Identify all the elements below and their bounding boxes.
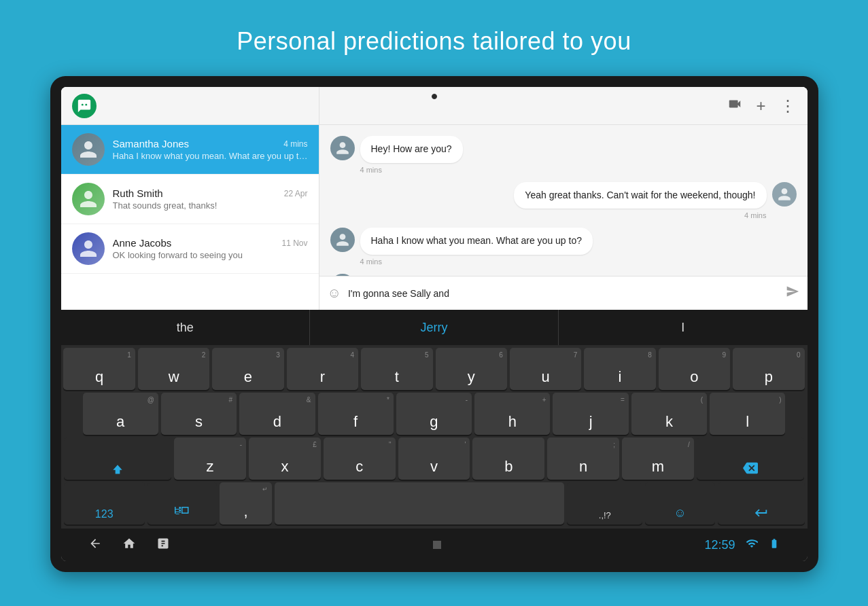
keyboard-area: the Jerry I 1q 2w 3e 4r 5t 6y 7u 8i 9o 0… (61, 310, 808, 561)
message-bubble-2: Yeah great thanks. Can't wait for the we… (514, 182, 766, 220)
nav-recent-icon[interactable] (156, 537, 170, 554)
prediction-i[interactable]: I (559, 310, 807, 345)
tablet-device: Samantha Jones 4 mins Haha I know what y… (50, 76, 818, 572)
key-g[interactable]: -g (396, 393, 472, 435)
key-j[interactable]: =j (553, 393, 628, 435)
key-e[interactable]: 3e (212, 348, 283, 390)
send-button[interactable] (786, 285, 799, 302)
key-k[interactable]: (k (631, 393, 707, 435)
camera-dot (432, 94, 437, 99)
message-bubble-3: Haha I know what you mean. What are you … (360, 228, 593, 266)
prediction-the[interactable]: the (61, 310, 310, 345)
typing-area: ☺ (319, 276, 808, 310)
key-s[interactable]: #s (161, 393, 237, 435)
key-shift[interactable] (64, 438, 172, 480)
chat-main: + ⋮ Hey! How are you? (319, 87, 808, 310)
key-o[interactable]: 9o (659, 348, 730, 390)
message-row-3: Haha I know what you mean. What are you … (330, 228, 797, 266)
msg-text-2: Yeah great thanks. Can't wait for the we… (525, 189, 755, 202)
svg-point-0 (81, 103, 83, 105)
app-area: Samantha Jones 4 mins Haha I know what y… (61, 87, 808, 310)
key-backspace[interactable] (697, 438, 805, 480)
bubble-1: Hey! How are you? (360, 136, 463, 163)
key-r[interactable]: 4r (287, 348, 358, 390)
msg-text-3: Haha I know what you mean. What are you … (371, 234, 583, 248)
msg-time-3: 4 mins (360, 257, 593, 266)
chat-item-samantha[interactable]: Samantha Jones 4 mins Haha I know what y… (61, 125, 319, 175)
wifi-icon (746, 537, 758, 552)
bubble-3: Haha I know what you mean. What are you … (360, 228, 593, 255)
tablet-screen: Samantha Jones 4 mins Haha I know what y… (61, 87, 808, 561)
avatar-ruth (72, 183, 105, 215)
msg-time-2: 4 mins (514, 211, 766, 219)
msg-avatar-3 (330, 228, 355, 252)
key-y[interactable]: 6y (436, 348, 507, 390)
key-q[interactable]: 1q (63, 348, 135, 390)
key-row-4: 123 ↵, .,!? ☺ (64, 482, 805, 524)
message-bubble-1: Hey! How are you? 4 mins (360, 136, 463, 174)
prediction-jerry[interactable]: Jerry (310, 310, 559, 345)
key-row-3: -z £x "c 'v b ;n /m (64, 438, 805, 480)
key-v[interactable]: 'v (398, 438, 470, 480)
emoji-button[interactable]: ☺ (328, 285, 341, 301)
key-a[interactable]: @a (83, 393, 158, 435)
svg-point-1 (85, 103, 87, 105)
key-enter[interactable] (718, 482, 805, 524)
nav-home-icon[interactable] (122, 537, 136, 554)
key-u[interactable]: 7u (510, 348, 581, 390)
chat-preview-anne: OK looking forward to seeing you (113, 250, 308, 260)
msg-text-1: Hey! How are you? (371, 143, 452, 156)
predictions-bar: the Jerry I (61, 310, 808, 345)
chat-time-ruth: 22 Apr (284, 189, 308, 198)
chat-time-anne: 11 Nov (281, 238, 307, 248)
chat-time-samantha: 4 mins (283, 139, 307, 149)
msg-time-1: 4 mins (360, 166, 463, 174)
key-d[interactable]: &d (239, 393, 315, 435)
message-row-2: Yeah great thanks. Can't wait for the we… (330, 182, 797, 220)
chat-preview-ruth: That sounds great, thanks! (113, 200, 308, 211)
key-f[interactable]: *f (318, 393, 394, 435)
status-time: 12:59 (704, 538, 735, 552)
key-l[interactable]: )l (710, 393, 785, 435)
bubble-2: Yeah great thanks. Can't wait for the we… (514, 182, 766, 209)
chat-info-ruth: Ruth Smith 22 Apr That sounds great, tha… (113, 188, 308, 211)
key-n[interactable]: ;n (547, 438, 619, 480)
key-p[interactable]: 0p (733, 348, 804, 390)
key-m[interactable]: /m (622, 438, 694, 480)
key-123[interactable]: 123 (64, 482, 145, 524)
nav-right-status: 12:59 (704, 537, 780, 552)
key-swipe[interactable] (147, 482, 217, 524)
add-icon[interactable]: + (756, 96, 765, 115)
key-comma[interactable]: ↵, (220, 482, 272, 524)
avatar-samantha (72, 133, 105, 166)
key-emoji-bottom[interactable]: ☺ (645, 482, 714, 524)
chat-info-anne: Anne Jacobs 11 Nov OK looking forward to… (113, 237, 308, 260)
bottom-nav-bar: 12:59 (61, 529, 808, 561)
chat-item-anne[interactable]: Anne Jacobs 11 Nov OK looking forward to… (61, 224, 319, 274)
hangouts-logo (72, 94, 97, 118)
messages-area: Hey! How are you? 4 mins (319, 125, 808, 276)
video-call-icon[interactable] (727, 96, 742, 115)
chat-name-ruth: Ruth Smith (113, 188, 163, 199)
chat-name-anne: Anne Jacobs (113, 237, 172, 249)
chat-info-samantha: Samantha Jones 4 mins Haha I know what y… (113, 138, 308, 161)
chat-item-ruth[interactable]: Ruth Smith 22 Apr That sounds great, tha… (61, 175, 319, 224)
key-punct[interactable]: .,!? (567, 482, 642, 524)
key-c[interactable]: "c (324, 438, 396, 480)
chat-sidebar: Samantha Jones 4 mins Haha I know what y… (61, 87, 319, 310)
key-z[interactable]: -z (174, 438, 246, 480)
key-w[interactable]: 2w (138, 348, 209, 390)
message-input[interactable] (348, 288, 779, 299)
key-i[interactable]: 8i (584, 348, 655, 390)
key-b[interactable]: b (472, 438, 544, 480)
more-options-icon[interactable]: ⋮ (780, 96, 797, 115)
key-h[interactable]: +h (474, 393, 550, 435)
keyboard-rows: 1q 2w 3e 4r 5t 6y 7u 8i 9o 0p @a #s &d *… (61, 345, 808, 529)
key-t[interactable]: 5t (361, 348, 432, 390)
page-title: Personal predictions tailored to you (237, 27, 631, 56)
key-row-1: 1q 2w 3e 4r 5t 6y 7u 8i 9o 0p (64, 348, 805, 390)
chat-preview-samantha: Haha I know what you mean. What are you … (113, 151, 308, 161)
key-x[interactable]: £x (249, 438, 321, 480)
key-space[interactable] (275, 482, 564, 524)
nav-back-icon[interactable] (88, 537, 102, 554)
